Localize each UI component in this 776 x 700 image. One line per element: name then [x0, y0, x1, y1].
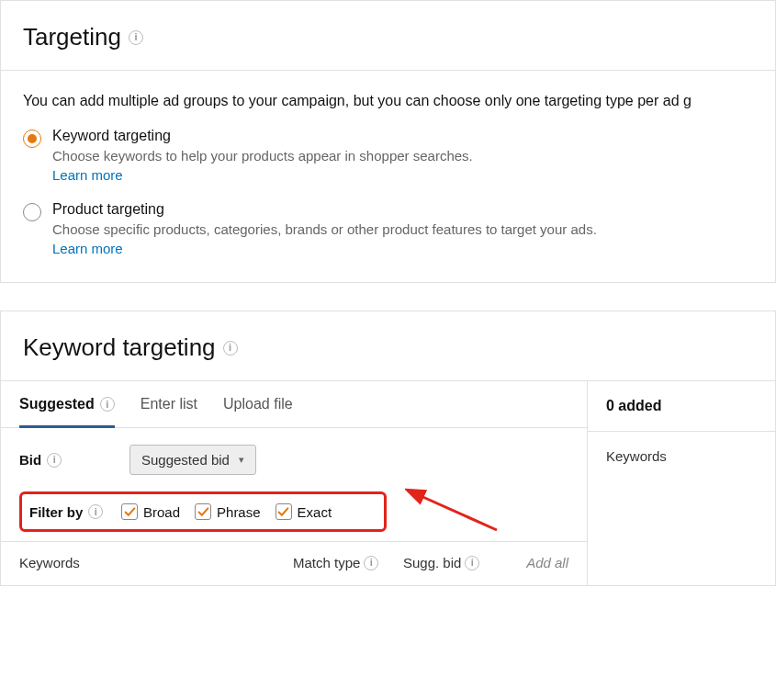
checkbox-broad[interactable]	[121, 503, 138, 520]
controls: Bid i Suggested bid ▾ Filter by i	[1, 428, 587, 541]
bid-label: Bid i	[19, 452, 129, 468]
targeting-header: Targeting i	[1, 1, 775, 71]
check-icon	[277, 506, 289, 518]
learn-more-link[interactable]: Learn more	[52, 241, 123, 256]
add-all-link[interactable]: Add all	[504, 555, 568, 570]
keyword-targeting-card: Keyword targeting i Suggested i Enter li…	[0, 310, 776, 586]
keyword-targeting-header: Keyword targeting i	[1, 311, 775, 380]
learn-more-link[interactable]: Learn more	[52, 167, 123, 183]
radio-option-product[interactable]: Product targeting Choose specific produc…	[23, 201, 753, 256]
info-icon[interactable]: i	[100, 397, 115, 412]
radio-keyword-targeting[interactable]	[23, 130, 41, 148]
tab-enter-list[interactable]: Enter list	[141, 381, 197, 428]
bid-select[interactable]: Suggested bid ▾	[129, 445, 256, 475]
th-match-text: Match type	[293, 555, 360, 570]
bid-label-text: Bid	[19, 452, 41, 468]
check-icon	[197, 506, 209, 518]
filter-by-row: Filter by i Broad	[19, 491, 387, 532]
radio-desc: Choose keywords to help your products ap…	[52, 148, 473, 164]
targeting-body: You can add multiple ad groups to your c…	[1, 71, 775, 282]
keyword-table-header: Keywords Match type i Sugg. bid i Add al…	[1, 541, 587, 585]
th-keywords: Keywords	[19, 555, 293, 570]
tab-label: Suggested	[19, 396, 95, 412]
checkbox-phrase[interactable]	[195, 503, 211, 520]
th-sugg-bid: Sugg. bid i	[403, 555, 504, 570]
filter-broad-label: Broad	[143, 504, 180, 520]
keyword-tabs: Suggested i Enter list Upload file	[1, 381, 587, 428]
added-count: 0 added	[588, 381, 775, 432]
radio-content: Product targeting Choose specific produc…	[52, 201, 597, 256]
annotation-arrow-icon	[405, 486, 506, 536]
radio-label: Keyword targeting	[52, 128, 473, 144]
filter-row-wrapper: Filter by i Broad	[19, 491, 568, 532]
keyword-left: Suggested i Enter list Upload file Bid i…	[1, 380, 587, 585]
bid-row: Bid i Suggested bid ▾	[19, 445, 568, 475]
th-match-type: Match type i	[293, 555, 403, 570]
info-icon[interactable]: i	[129, 30, 143, 45]
tab-suggested[interactable]: Suggested i	[19, 381, 115, 428]
check-icon	[124, 506, 136, 518]
svg-line-0	[419, 495, 497, 530]
targeting-card: Targeting i You can add multiple ad grou…	[0, 0, 776, 283]
info-icon[interactable]: i	[364, 556, 378, 570]
radio-content: Keyword targeting Choose keywords to hel…	[52, 128, 473, 183]
radio-option-keyword[interactable]: Keyword targeting Choose keywords to hel…	[23, 128, 753, 183]
targeting-intro: You can add multiple ad groups to your c…	[23, 93, 753, 109]
keyword-body: Suggested i Enter list Upload file Bid i…	[1, 380, 775, 585]
filter-label-text: Filter by	[29, 504, 83, 520]
filter-exact-label: Exact	[298, 504, 332, 520]
keyword-targeting-title: Keyword targeting i	[23, 333, 238, 362]
keyword-right: 0 added Keywords	[587, 380, 775, 585]
info-icon[interactable]: i	[223, 341, 238, 356]
targeting-title-text: Targeting	[23, 23, 121, 51]
filter-label: Filter by i	[29, 504, 121, 520]
info-icon[interactable]: i	[88, 504, 103, 519]
radio-product-targeting[interactable]	[23, 203, 41, 221]
radio-desc: Choose specific products, categories, br…	[52, 221, 597, 237]
info-icon[interactable]: i	[465, 556, 479, 570]
filter-broad[interactable]: Broad	[121, 503, 180, 520]
right-col-keywords: Keywords	[588, 432, 775, 480]
filter-phrase[interactable]: Phrase	[195, 503, 261, 520]
keyword-title-text: Keyword targeting	[23, 333, 216, 362]
chevron-down-icon: ▾	[239, 454, 244, 466]
tab-upload-file[interactable]: Upload file	[223, 381, 293, 428]
radio-label: Product targeting	[52, 201, 597, 218]
targeting-title: Targeting i	[23, 23, 143, 51]
bid-select-value: Suggested bid	[141, 452, 230, 468]
filter-phrase-label: Phrase	[217, 504, 261, 520]
filter-exact[interactable]: Exact	[276, 503, 332, 520]
th-sugg-text: Sugg. bid	[403, 555, 461, 570]
checkbox-exact[interactable]	[276, 503, 292, 520]
info-icon[interactable]: i	[47, 453, 62, 468]
